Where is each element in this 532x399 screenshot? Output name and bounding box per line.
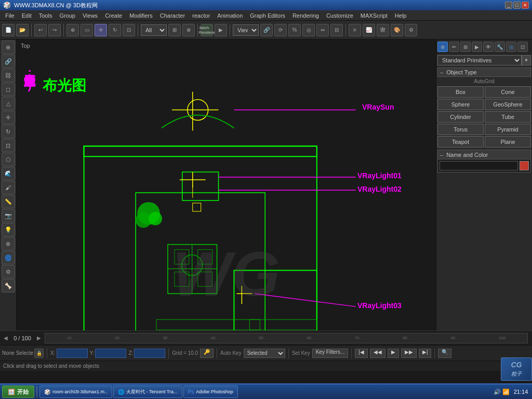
tb-quick-render[interactable]: ▶ bbox=[215, 24, 227, 36]
play-start-btn[interactable]: |◀ bbox=[355, 349, 368, 358]
tb-scale[interactable]: ⊡ bbox=[123, 24, 135, 36]
tb-render-settings[interactable]: ⚙ bbox=[405, 24, 417, 36]
lt-shape[interactable]: ◻ bbox=[2, 83, 15, 96]
btn-plane[interactable]: Plane bbox=[485, 136, 531, 148]
taskbar-item-3dsmax[interactable]: 🎲 room-archi3t-3dsmax1.m... bbox=[39, 385, 112, 398]
tb-mirror[interactable]: ⇔ bbox=[316, 24, 329, 36]
minimize-button[interactable]: _ bbox=[505, 2, 512, 9]
x-input[interactable] bbox=[57, 349, 88, 358]
all-dropdown[interactable]: All bbox=[141, 24, 167, 36]
menu-help[interactable]: Help bbox=[392, 11, 410, 20]
rp-utilities-tab[interactable]: 🔧 bbox=[495, 42, 505, 52]
viewport[interactable]: Top 布光图 注意光源的位置:) bbox=[17, 39, 436, 330]
lt-link[interactable]: 🔗 bbox=[2, 55, 15, 68]
lt-measure[interactable]: 📏 bbox=[2, 195, 15, 208]
menu-file[interactable]: File bbox=[2, 11, 18, 20]
btn-teapot[interactable]: Teapot bbox=[437, 136, 484, 148]
tb-select[interactable]: ⊕ bbox=[66, 24, 79, 36]
selected-dropdown[interactable]: Selected bbox=[244, 349, 285, 358]
tb-render-scene[interactable]: 3atch Rendere bbox=[201, 24, 213, 36]
tb-open[interactable]: 📂 bbox=[16, 24, 29, 36]
lt-paint[interactable]: 🖌 bbox=[2, 181, 15, 194]
tb-new[interactable]: 📄 bbox=[2, 24, 15, 36]
prev-frame-btn[interactable]: ◀ bbox=[2, 335, 9, 341]
start-button[interactable]: 🪟 开始 bbox=[2, 385, 34, 398]
menu-edit[interactable]: Edit bbox=[19, 11, 35, 20]
name-input[interactable] bbox=[440, 161, 518, 170]
tb-angle-snap[interactable]: ⟳ bbox=[274, 24, 287, 36]
btn-sphere[interactable]: Sphere bbox=[437, 99, 484, 110]
lt-nurbs[interactable]: 🌊 bbox=[2, 167, 15, 180]
tb-curve-editor[interactable]: 📈 bbox=[363, 24, 375, 36]
lt-reactor[interactable]: ⚙ bbox=[2, 265, 15, 278]
lt-bind[interactable]: ⛓ bbox=[2, 69, 15, 82]
menu-tools[interactable]: Tools bbox=[36, 11, 56, 20]
tb-rotate[interactable]: ↻ bbox=[109, 24, 121, 36]
taskbar-item-photoshop[interactable]: Ps Adobe Photoshop bbox=[183, 385, 238, 398]
tb-ref-coord[interactable]: ⊞ bbox=[168, 24, 181, 36]
rp-hierarchy-tab[interactable]: ⊞ bbox=[460, 42, 471, 52]
menu-maxscript[interactable]: MAXScript bbox=[357, 11, 391, 20]
tb-undo[interactable]: ↩ bbox=[34, 24, 47, 36]
rp-extra1[interactable]: ◎ bbox=[506, 42, 516, 52]
key-icon[interactable]: 🔑 bbox=[200, 349, 214, 358]
btn-cylinder[interactable]: Cylinder bbox=[437, 111, 484, 123]
menu-animation[interactable]: Animation bbox=[214, 11, 246, 20]
tb-align[interactable]: ⊟ bbox=[330, 24, 343, 36]
maximize-button[interactable]: □ bbox=[513, 2, 521, 9]
lt-light[interactable]: 💡 bbox=[2, 223, 15, 236]
select-lock-btn[interactable]: 🔒 bbox=[34, 349, 44, 358]
lt-ffd[interactable]: ⬡ bbox=[2, 153, 15, 166]
tb-select-region[interactable]: ▭ bbox=[81, 24, 93, 36]
rp-display-tab[interactable]: 👁 bbox=[483, 42, 494, 52]
menu-reactor[interactable]: reactor bbox=[189, 11, 213, 20]
menu-character[interactable]: Character bbox=[157, 11, 188, 20]
lt-select[interactable]: ⊕ bbox=[2, 41, 15, 54]
tb-redo[interactable]: ↪ bbox=[48, 24, 61, 36]
tb-schematic[interactable]: 🕸 bbox=[377, 24, 389, 36]
tb-move[interactable]: ✛ bbox=[95, 24, 107, 36]
tb-snap[interactable]: 🔗 bbox=[260, 24, 273, 36]
color-picker[interactable] bbox=[520, 161, 529, 170]
play-btn[interactable]: ▶ bbox=[388, 349, 399, 358]
zoom-time-btn[interactable]: 🔍 bbox=[438, 349, 451, 358]
key-filters-btn[interactable]: Key Filters... bbox=[312, 349, 349, 358]
tb-percent-snap[interactable]: % bbox=[288, 24, 301, 36]
lt-geometry[interactable]: △ bbox=[2, 97, 15, 110]
lt-move[interactable]: ✛ bbox=[2, 111, 15, 124]
menu-group[interactable]: Group bbox=[56, 11, 78, 20]
lt-camera[interactable]: 📷 bbox=[2, 209, 15, 222]
tb-material[interactable]: 🎨 bbox=[391, 24, 403, 36]
object-type-header[interactable]: – Object Type bbox=[437, 68, 531, 77]
tb-pivot[interactable]: ⊗ bbox=[182, 24, 195, 36]
next-key-btn[interactable]: ▶▶ bbox=[401, 349, 417, 358]
primitive-dropdown-arrow[interactable]: ▼ bbox=[522, 55, 531, 65]
name-color-header[interactable]: – Name and Color bbox=[438, 150, 530, 159]
btn-cone[interactable]: Cone bbox=[485, 86, 531, 98]
lt-helper[interactable]: ⊕ bbox=[2, 237, 15, 250]
menu-modifiers[interactable]: Modifiers bbox=[126, 11, 156, 20]
menu-graph-editors[interactable]: Graph Editors bbox=[247, 11, 288, 20]
play-end-btn[interactable]: ▶| bbox=[419, 349, 432, 358]
taskbar-item-tencent[interactable]: 🌐 火星时代 - Tencent Tra... bbox=[113, 385, 182, 398]
rp-modify-tab[interactable]: ✏ bbox=[449, 42, 459, 52]
tb-layer[interactable]: ≡ bbox=[349, 24, 361, 36]
rp-extra2[interactable]: ⊡ bbox=[517, 42, 528, 52]
view-dropdown[interactable]: View bbox=[233, 24, 259, 36]
rp-create-tab[interactable]: ⊕ bbox=[437, 42, 448, 52]
lt-rotate[interactable]: ↻ bbox=[2, 125, 15, 138]
btn-box[interactable]: Box bbox=[437, 86, 484, 98]
next-frame-btn[interactable]: ▶ bbox=[35, 335, 43, 341]
btn-torus[interactable]: Torus bbox=[437, 124, 484, 135]
btn-geosphere[interactable]: GeoSphere bbox=[485, 99, 531, 110]
close-button[interactable]: ✕ bbox=[522, 2, 529, 9]
primitive-dropdown[interactable]: Standard Primitives bbox=[437, 55, 522, 65]
lt-spacewarp[interactable]: 🌀 bbox=[2, 251, 15, 264]
lt-bone[interactable]: 🦴 bbox=[2, 279, 15, 292]
menu-rendering[interactable]: Rendering bbox=[289, 11, 322, 20]
menu-customize[interactable]: Customize bbox=[323, 11, 356, 20]
y-input[interactable] bbox=[95, 349, 126, 358]
menu-views[interactable]: Views bbox=[79, 11, 101, 20]
btn-tube[interactable]: Tube bbox=[485, 111, 531, 123]
prev-key-btn[interactable]: ◀◀ bbox=[370, 349, 385, 358]
